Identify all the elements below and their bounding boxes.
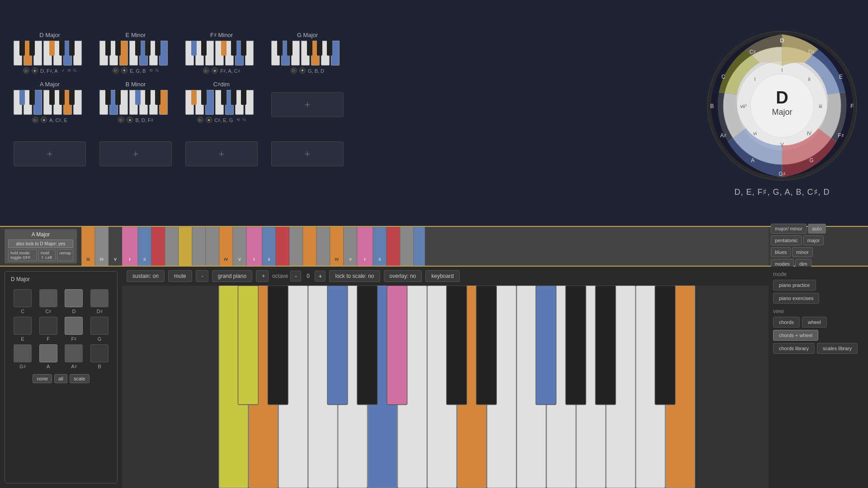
- add-chord-btn-row2-col4[interactable]: +: [271, 92, 344, 117]
- circle-container[interactable]: D D♯ E F F♯ G G♯ A A♯ B C C♯ I ii iii IV…: [705, 29, 859, 183]
- scale-note-box-c[interactable]: [14, 289, 32, 307]
- key-main-gs1[interactable]: [357, 286, 377, 405]
- all-btn[interactable]: all: [54, 374, 67, 383]
- add-chord-btn-3[interactable]: +: [185, 141, 258, 166]
- chords-library-btn[interactable]: chords library: [773, 343, 815, 354]
- scale-note-box-ds[interactable]: [90, 289, 108, 307]
- key-as[interactable]: [69, 90, 75, 105]
- key-cs[interactable]: [105, 90, 111, 105]
- wheel-view-btn[interactable]: wheel: [802, 317, 827, 328]
- scale-note-box-g[interactable]: [90, 317, 108, 335]
- scale-note-box-f[interactable]: [39, 317, 57, 335]
- add-chord-btn-2[interactable]: +: [99, 141, 172, 166]
- instrument-plus-btn[interactable]: +: [256, 270, 269, 282]
- scale-note-box-gs[interactable]: [14, 344, 32, 362]
- chord-options-btn[interactable]: ●: [299, 67, 306, 74]
- key-ds[interactable]: [115, 90, 121, 105]
- chord-play-btn[interactable]: ▷: [32, 117, 38, 123]
- key-as[interactable]: [69, 41, 75, 56]
- mini-piano-b-minor[interactable]: [99, 90, 172, 115]
- sustain-btn[interactable]: sustain: on: [127, 270, 165, 282]
- key-ds[interactable]: [115, 41, 121, 56]
- hold-key-label[interactable]: Hold: ⇧ Left: [38, 249, 56, 261]
- major-minor-btn[interactable]: major/ minor: [771, 224, 807, 234]
- chord-options-btn[interactable]: ●: [41, 117, 47, 123]
- instrument-select[interactable]: grand piano: [212, 270, 252, 282]
- key-main-ds1[interactable]: [268, 286, 288, 405]
- key-ds[interactable]: [201, 41, 207, 56]
- octave-plus-btn[interactable]: +: [315, 271, 326, 282]
- key-ds[interactable]: [29, 41, 35, 56]
- key-fs[interactable]: [221, 41, 226, 56]
- mini-piano-fs-minor[interactable]: [185, 41, 258, 66]
- key-main-gs2[interactable]: [566, 286, 586, 405]
- major-btn[interactable]: major: [803, 235, 824, 245]
- key-fs[interactable]: [49, 41, 55, 56]
- key-as[interactable]: [155, 90, 160, 105]
- key-fs[interactable]: [221, 90, 226, 105]
- chords-view-btn[interactable]: chords: [773, 317, 800, 328]
- instrument-minus-btn[interactable]: -: [196, 270, 208, 282]
- scale-note-box-cs[interactable]: [39, 289, 57, 307]
- scale-note-box-b[interactable]: [90, 344, 108, 362]
- key-as[interactable]: [327, 41, 332, 56]
- chord-play-btn[interactable]: ▷: [113, 67, 119, 74]
- lock-scale-btn[interactable]: lock to scale: no: [329, 270, 380, 282]
- also-lock-btn[interactable]: also lock to D Major: yes: [8, 239, 73, 248]
- chord-options-btn[interactable]: ●: [206, 117, 212, 123]
- chord-play-btn[interactable]: ▷: [118, 117, 124, 123]
- minor-btn[interactable]: minor: [792, 247, 813, 257]
- key-main-ds2[interactable]: [476, 286, 497, 405]
- chord-options-btn[interactable]: ●: [212, 67, 218, 74]
- scale-note-box-as[interactable]: [65, 344, 83, 362]
- scale-note-box-a[interactable]: [39, 344, 57, 362]
- key-cs[interactable]: [19, 90, 25, 105]
- key-as[interactable]: [241, 41, 246, 56]
- key-fs[interactable]: [49, 90, 55, 105]
- key-gs[interactable]: [59, 41, 65, 56]
- mini-piano-g-major[interactable]: [271, 41, 344, 66]
- key-main-fs1[interactable]: [327, 286, 348, 405]
- scale-note-box-d[interactable]: [65, 289, 83, 307]
- key-as[interactable]: [241, 90, 246, 105]
- key-gs[interactable]: [231, 90, 236, 105]
- key-as[interactable]: [155, 41, 160, 56]
- key-main-as2[interactable]: [595, 286, 616, 405]
- chord-play-btn[interactable]: ▷: [23, 67, 29, 74]
- chord-play-btn[interactable]: ▷: [203, 67, 209, 74]
- key-gs[interactable]: [231, 41, 236, 56]
- add-chord-btn-4[interactable]: +: [271, 141, 344, 166]
- add-chord-btn-1[interactable]: +: [14, 141, 86, 166]
- chord-options-btn[interactable]: ●: [127, 117, 133, 123]
- scale-note-box-e[interactable]: [14, 317, 32, 335]
- mini-piano-a-major[interactable]: [14, 90, 86, 115]
- none-btn[interactable]: none: [33, 374, 52, 383]
- key-gs[interactable]: [145, 90, 151, 105]
- keyboard-btn[interactable]: keyboard: [425, 270, 459, 282]
- scale-btn[interactable]: scale: [70, 374, 90, 383]
- key-gs[interactable]: [59, 90, 65, 105]
- piano-exercises-btn[interactable]: piano exercises: [773, 293, 819, 304]
- key-gs[interactable]: [317, 41, 322, 56]
- chord-play-btn[interactable]: ▷: [197, 117, 203, 123]
- key-cs[interactable]: [277, 41, 283, 56]
- key-ds[interactable]: [201, 90, 207, 105]
- key-ds[interactable]: [29, 90, 35, 105]
- auto-btn[interactable]: auto: [808, 224, 826, 234]
- scale-note-box-fs[interactable]: [65, 317, 83, 335]
- pentatonic-btn[interactable]: pentatonic: [771, 235, 802, 245]
- piano-practice-btn[interactable]: piano practice: [773, 280, 816, 291]
- mini-piano-csdim[interactable]: [185, 90, 258, 115]
- overlay-btn[interactable]: overlay: no: [384, 270, 422, 282]
- chord-options-btn[interactable]: ●: [32, 67, 38, 74]
- chord-options-btn[interactable]: ●: [121, 67, 127, 74]
- remap-btn[interactable]: remap: [57, 249, 73, 261]
- key-cs[interactable]: [191, 41, 197, 56]
- scales-library-btn[interactable]: scales library: [817, 343, 858, 354]
- key-cs[interactable]: [191, 90, 197, 105]
- chord-play-btn[interactable]: ▷: [291, 67, 297, 74]
- key-cs[interactable]: [19, 41, 25, 56]
- key-main-fs2[interactable]: [536, 286, 556, 405]
- mute-btn[interactable]: mute: [168, 270, 192, 282]
- key-fs[interactable]: [307, 41, 312, 56]
